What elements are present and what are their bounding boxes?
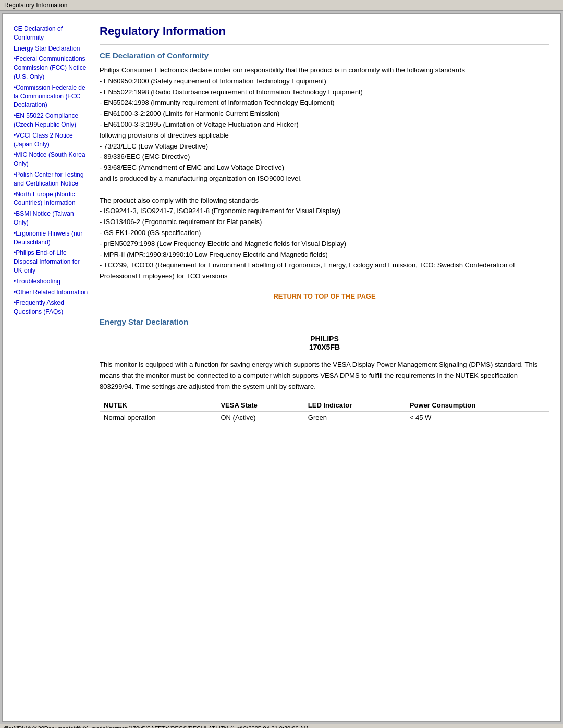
sidebar-link-faq[interactable]: •Frequently Asked Questions (FAQs) xyxy=(14,299,89,316)
main-content: Regulatory Information CE Declaration of… xyxy=(94,24,549,424)
sidebar-link-other-related[interactable]: •Other Related Information xyxy=(14,288,89,297)
sidebar-link-mic-notice[interactable]: •MIC Notice (South Korea Only) xyxy=(14,151,89,168)
product-name: PHILIPS 170X5FB xyxy=(100,335,549,351)
sidebar-link-bsmi[interactable]: •BSMI Notice (Taiwan Only) xyxy=(14,209,89,227)
sidebar: CE Declaration of ConformityEnergy Star … xyxy=(14,24,94,424)
sidebar-link-vcci[interactable]: •VCCI Class 2 Notice (Japan Only) xyxy=(14,131,89,149)
power-table-row: Normal operationON (Active)Green< 45 W xyxy=(100,412,549,424)
power-table-cell: Green xyxy=(304,412,406,424)
sidebar-link-fcc-notice[interactable]: •Federal Communications Commission (FCC)… xyxy=(14,55,89,81)
ce-body-line-5: - EN61000-3-3:1995 (Limitation of Voltag… xyxy=(100,119,549,130)
ce-body-line-2: - EN55022:1998 (Radio Disturbance requir… xyxy=(100,87,549,98)
ce-body-line-3: - EN55024:1998 (Immunity requirement of … xyxy=(100,97,549,108)
sidebar-link-ergonomie[interactable]: •Ergonomie Hinweis (nur Deutschland) xyxy=(14,229,89,247)
ce-body-line-6: following provisions of directives appli… xyxy=(100,130,549,141)
title-bar-text: Regulatory Information xyxy=(4,2,67,9)
ce-body2-line-5: - MPR-II (MPR:1990:8/1990:10 Low Frequen… xyxy=(100,250,549,261)
ce-body2-line-4: - prEN50279:1998 (Low Frequency Electric… xyxy=(100,239,549,250)
ce-section-title: CE Declaration of Conformity xyxy=(100,51,549,60)
sidebar-link-north-europe[interactable]: •North Europe (Nordic Countries) Informa… xyxy=(14,190,89,208)
top-divider xyxy=(100,44,549,45)
ce-body-line-0: Philips Consumer Electronics declare und… xyxy=(100,65,549,76)
power-table: NUTEKVESA StateLED IndicatorPower Consum… xyxy=(100,399,549,424)
power-table-cell: < 45 W xyxy=(406,412,549,424)
sidebar-link-ce-declaration[interactable]: CE Declaration of Conformity xyxy=(14,24,89,42)
ce-body-line-9: - 93/68/EEC (Amendment of EMC and Low Vo… xyxy=(100,163,549,174)
power-table-header: Power Consumption xyxy=(406,399,549,412)
ce-body: Philips Consumer Electronics declare und… xyxy=(100,65,549,282)
ce-body-line-10: and is produced by a manufacturing organ… xyxy=(100,174,549,184)
status-bar-text: file:///D|/My%20Documents/dfu/X_model/ge… xyxy=(4,725,308,728)
energy-desc: This monitor is equipped with a function… xyxy=(100,360,549,392)
sidebar-link-polish-center[interactable]: •Polish Center for Testing and Certifica… xyxy=(14,170,89,188)
power-table-cell: Normal operation xyxy=(100,412,216,424)
ce-body2-line-1: - ISO9241-3, ISO9241-7, ISO9241-8 (Ergon… xyxy=(100,206,549,217)
ce-body2-line-0: The product also comply with the followi… xyxy=(100,195,549,206)
product-name-text: PHILIPS xyxy=(310,335,338,343)
power-table-cell: ON (Active) xyxy=(216,412,303,424)
ce-body2-line-2: - ISO13406-2 (Ergonomic requirement for … xyxy=(100,217,549,228)
page-title: Regulatory Information xyxy=(100,24,549,38)
energy-section-title: Energy Star Declaration xyxy=(100,317,549,326)
power-table-header: NUTEK xyxy=(100,399,216,412)
ce-body-line-8: - 89/336/EEC (EMC Directive) xyxy=(100,152,549,163)
sidebar-link-energy-star[interactable]: Energy Star Declaration xyxy=(14,44,89,53)
power-table-header: LED Indicator xyxy=(304,399,406,412)
sidebar-link-philips-end[interactable]: •Philips End-of-Life Disposal Informatio… xyxy=(14,249,89,275)
ce-body2-line-3: - GS EK1-2000 (GS specification) xyxy=(100,228,549,239)
ce-body-line-4: - EN61000-3-2:2000 (Limits for Harmonic … xyxy=(100,108,549,119)
power-table-header: VESA State xyxy=(216,399,303,412)
product-model-text: 170X5FB xyxy=(309,343,340,351)
return-to-top[interactable]: RETURN TO TOP OF THE PAGE xyxy=(100,292,549,300)
middle-divider xyxy=(100,311,549,311)
ce-body-line-1: - EN60950:2000 (Safety requirement of In… xyxy=(100,76,549,87)
ce-body2-line-6: - TCO'99, TCO'03 (Requirement for Enviro… xyxy=(100,260,549,282)
sidebar-link-en55022[interactable]: •EN 55022 Compliance (Czech Republic Onl… xyxy=(14,112,89,129)
return-to-top-link[interactable]: RETURN TO TOP OF THE PAGE xyxy=(273,292,375,300)
sidebar-link-troubleshooting[interactable]: •Troubleshooting xyxy=(14,277,89,286)
ce-body-line-7: - 73/23/EEC (Low Voltage Directive) xyxy=(100,141,549,152)
sidebar-link-commission-federale[interactable]: •Commission Federale de la Communication… xyxy=(14,83,89,109)
